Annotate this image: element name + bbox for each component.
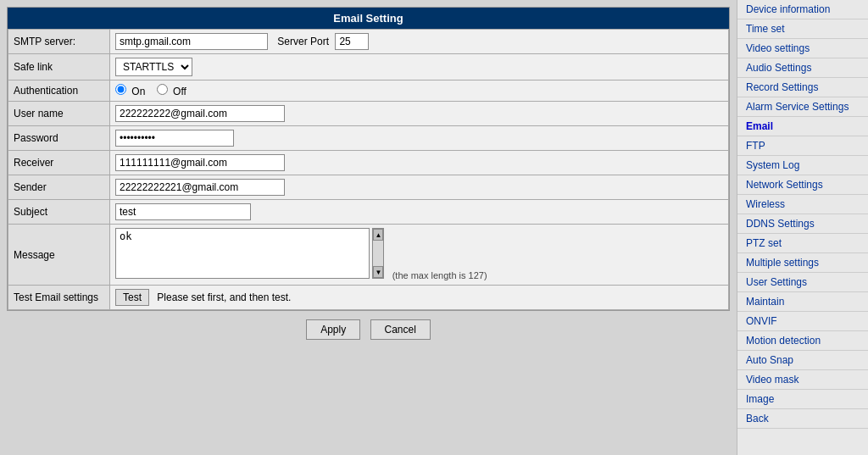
safe-link-value-cell: STARTTLS SSL None xyxy=(110,54,729,80)
sidebar-item-ftp[interactable]: FTP xyxy=(737,136,868,156)
form-table: SMTP server: Server Port Safe link START… xyxy=(8,29,729,310)
safe-link-label: Safe link xyxy=(8,54,110,80)
username-value-cell xyxy=(110,102,729,126)
sidebar-item-ptz-set[interactable]: PTZ set xyxy=(737,234,868,253)
sidebar-item-onvif[interactable]: ONVIF xyxy=(737,312,868,331)
sidebar: Device informationTime setVideo settings… xyxy=(737,0,868,455)
message-scrollbar[interactable]: ▲ ▼ xyxy=(372,228,384,279)
sidebar-item-motion-detection[interactable]: Motion detection xyxy=(737,331,868,351)
sidebar-item-record-settings[interactable]: Record Settings xyxy=(737,78,868,97)
buttons-row: Apply Cancel xyxy=(7,311,730,348)
apply-button[interactable]: Apply xyxy=(306,319,360,340)
username-input[interactable] xyxy=(115,105,285,122)
auth-off-text: Off xyxy=(173,86,186,97)
safe-link-select[interactable]: STARTTLS SSL None xyxy=(115,58,192,76)
message-textarea[interactable] xyxy=(115,228,370,279)
sidebar-item-auto-snap[interactable]: Auto Snap xyxy=(737,351,868,370)
username-label: User name xyxy=(8,102,110,126)
subject-label: Subject xyxy=(8,200,110,225)
smtp-input[interactable] xyxy=(115,33,268,50)
sidebar-item-network-settings[interactable]: Network Settings xyxy=(737,175,868,195)
auth-on-text: On xyxy=(131,86,145,97)
scroll-down-arrow[interactable]: ▼ xyxy=(373,266,383,278)
sidebar-item-video-settings[interactable]: Video settings xyxy=(737,39,868,58)
auth-label: Authentication xyxy=(8,80,110,102)
safe-link-row: Safe link STARTTLS SSL None xyxy=(8,54,729,80)
sidebar-item-ddns-settings[interactable]: DDNS Settings xyxy=(737,214,868,234)
password-label: Password xyxy=(8,126,110,151)
main-content: Email Setting SMTP server: Server Port S… xyxy=(0,0,737,455)
message-row: Message ▲ ▼ (the max length is 127) xyxy=(8,225,729,286)
sender-label: Sender xyxy=(8,175,110,200)
auth-off-label[interactable]: Off xyxy=(157,86,186,97)
sidebar-item-audio-settings[interactable]: Audio Settings xyxy=(737,58,868,78)
smtp-row: SMTP server: Server Port xyxy=(8,30,729,54)
auth-value-cell: On Off xyxy=(110,80,729,102)
auth-on-label[interactable]: On xyxy=(115,86,148,97)
subject-input[interactable] xyxy=(115,203,251,220)
scroll-track xyxy=(373,241,383,266)
auth-on-radio[interactable] xyxy=(115,84,126,95)
test-button[interactable]: Test xyxy=(115,289,149,306)
sidebar-item-back[interactable]: Back xyxy=(737,409,868,429)
message-label: Message xyxy=(8,225,110,286)
server-port-input[interactable] xyxy=(335,33,369,50)
sidebar-item-user-settings[interactable]: User Settings xyxy=(737,273,868,292)
scroll-up-arrow[interactable]: ▲ xyxy=(373,229,383,241)
smtp-value-cell: Server Port xyxy=(110,30,729,54)
test-hint: Please set first, and then test. xyxy=(157,291,291,303)
sidebar-item-email[interactable]: Email xyxy=(737,117,868,136)
sidebar-item-time-set[interactable]: Time set xyxy=(737,19,868,39)
auth-row: Authentication On Off xyxy=(8,80,729,102)
sender-value-cell xyxy=(110,175,729,200)
subject-row: Subject xyxy=(8,200,729,225)
receiver-label: Receiver xyxy=(8,151,110,175)
sidebar-item-maintain[interactable]: Maintain xyxy=(737,292,868,312)
cancel-button[interactable]: Cancel xyxy=(370,319,431,340)
test-row: Test Email settings Test Please set firs… xyxy=(8,286,729,310)
receiver-value-cell xyxy=(110,151,729,175)
sidebar-item-wireless[interactable]: Wireless xyxy=(737,195,868,214)
password-input[interactable] xyxy=(115,130,234,147)
max-length-note: (the max length is 127) xyxy=(392,270,487,280)
username-row: User name xyxy=(8,102,729,126)
password-row: Password xyxy=(8,126,729,151)
subject-value-cell xyxy=(110,200,729,225)
auth-off-radio[interactable] xyxy=(157,84,168,95)
sidebar-item-device-information[interactable]: Device information xyxy=(737,0,868,19)
test-label: Test Email settings xyxy=(8,286,110,310)
sender-row: Sender xyxy=(8,175,729,200)
smtp-label: SMTP server: xyxy=(8,30,110,54)
sidebar-item-video-mask[interactable]: Video mask xyxy=(737,370,868,390)
password-value-cell xyxy=(110,126,729,151)
sidebar-item-system-log[interactable]: System Log xyxy=(737,156,868,175)
sidebar-item-alarm-service-settings[interactable]: Alarm Service Settings xyxy=(737,97,868,117)
sidebar-item-multiple-settings[interactable]: Multiple settings xyxy=(737,253,868,273)
sender-input[interactable] xyxy=(115,179,285,196)
email-settings-form: Email Setting SMTP server: Server Port S… xyxy=(7,7,730,311)
sidebar-item-image[interactable]: Image xyxy=(737,390,868,409)
receiver-input[interactable] xyxy=(115,154,285,171)
form-title: Email Setting xyxy=(8,8,729,29)
message-value-cell: ▲ ▼ (the max length is 127) xyxy=(110,225,729,286)
receiver-row: Receiver xyxy=(8,151,729,175)
test-value-cell: Test Please set first, and then test. xyxy=(110,286,729,310)
server-port-label: Server Port xyxy=(277,36,329,47)
